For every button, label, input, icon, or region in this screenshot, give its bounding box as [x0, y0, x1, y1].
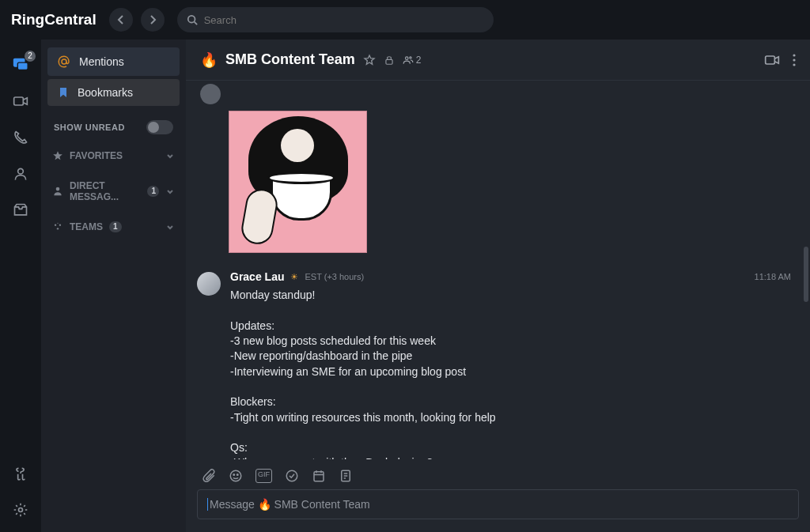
- lock-icon: [384, 55, 395, 66]
- sidebar-section-teams[interactable]: TEAMS 1: [47, 213, 180, 240]
- favorite-channel-button[interactable]: [363, 54, 376, 66]
- svg-point-17: [793, 54, 795, 56]
- sidebar: Mentions Bookmarks SHOW UNREAD FAVORITES: [41, 40, 186, 532]
- teams-icon: [52, 221, 63, 232]
- chevron-down-icon: [165, 151, 175, 160]
- channel-header: 🔥 SMB Content Team 2: [186, 40, 810, 81]
- teams-label: TEAMS: [70, 221, 103, 232]
- bookmark-icon: [57, 86, 70, 99]
- brand-logo: RingCentral: [11, 11, 97, 28]
- event-button[interactable]: [312, 469, 326, 483]
- svg-rect-13: [386, 59, 392, 64]
- nav-forward-button[interactable]: [141, 8, 165, 32]
- dm-count: 1: [147, 186, 159, 197]
- svg-point-6: [19, 508, 23, 512]
- svg-rect-4: [14, 97, 24, 105]
- svg-point-23: [286, 470, 297, 481]
- note-button[interactable]: [339, 469, 353, 483]
- more-options-button[interactable]: [793, 54, 796, 66]
- rail-chat-icon[interactable]: 2: [12, 55, 29, 73]
- start-video-button[interactable]: [764, 52, 780, 68]
- message-composer[interactable]: Message 🔥 SMB Content Team: [197, 489, 799, 519]
- svg-point-19: [793, 63, 795, 66]
- svg-point-8: [56, 187, 60, 191]
- svg-point-10: [59, 224, 61, 226]
- prev-message-avatar[interactable]: [200, 84, 221, 104]
- message-timezone: EST (+3 hours): [305, 272, 364, 281]
- message-time: 11:18 AM: [755, 272, 796, 281]
- show-unread-label: SHOW UNREAD: [54, 123, 125, 132]
- svg-point-12: [57, 223, 58, 224]
- sidebar-mentions[interactable]: Mentions: [47, 47, 180, 76]
- composer-area: GIF Message 🔥 SMB Content Team: [186, 459, 810, 532]
- svg-point-20: [230, 470, 241, 481]
- status-icon: ☀: [290, 272, 298, 282]
- task-button[interactable]: [285, 469, 299, 483]
- scrollbar-thumb[interactable]: [804, 247, 808, 302]
- channel-members[interactable]: 2: [403, 55, 422, 66]
- rail-settings-icon[interactable]: [13, 502, 28, 518]
- image-attachment[interactable]: [229, 111, 367, 253]
- svg-point-9: [55, 224, 56, 226]
- channel-emoji: 🔥: [200, 51, 218, 69]
- sidebar-mentions-label: Mentions: [79, 55, 124, 68]
- content-pane: 🔥 SMB Content Team 2: [186, 40, 810, 532]
- favorites-label: FAVORITES: [70, 150, 123, 161]
- nav-back-button[interactable]: [109, 8, 133, 32]
- member-count: 2: [416, 55, 422, 66]
- sidebar-bookmarks-label: Bookmarks: [78, 86, 133, 99]
- gif-button[interactable]: GIF: [255, 469, 272, 483]
- svg-line-1: [194, 22, 197, 25]
- rail-inbox-icon[interactable]: [13, 202, 28, 218]
- channel-title: SMB Content Team: [225, 51, 355, 68]
- svg-point-18: [793, 58, 795, 61]
- svg-point-0: [187, 16, 195, 23]
- chevron-down-icon: [165, 222, 175, 232]
- svg-point-15: [409, 56, 411, 58]
- chevron-down-icon: [165, 187, 175, 196]
- svg-point-7: [62, 59, 66, 64]
- at-icon: [57, 55, 71, 69]
- person-icon: [52, 186, 63, 197]
- dm-label: DIRECT MESSAG...: [70, 180, 141, 202]
- star-icon: [52, 150, 63, 161]
- emoji-button[interactable]: [229, 469, 243, 483]
- svg-rect-3: [17, 62, 28, 70]
- composer-placeholder: Message 🔥 SMB Content Team: [207, 498, 370, 511]
- show-unread-toggle[interactable]: [146, 120, 173, 134]
- search-input[interactable]: [204, 14, 484, 26]
- message-author[interactable]: Grace Lau: [230, 270, 284, 283]
- rail-video-icon[interactable]: [13, 93, 28, 109]
- svg-point-21: [233, 474, 235, 476]
- sidebar-section-dm[interactable]: DIRECT MESSAG... 1: [47, 172, 180, 210]
- svg-point-11: [57, 228, 59, 229]
- svg-point-5: [18, 168, 24, 174]
- svg-rect-24: [314, 472, 324, 481]
- attach-button[interactable]: [202, 469, 216, 483]
- search-box[interactable]: [177, 7, 494, 32]
- rail-apps-icon[interactable]: [13, 466, 28, 481]
- rail-phone-icon[interactable]: [13, 130, 28, 145]
- sidebar-bookmarks[interactable]: Bookmarks: [47, 79, 180, 106]
- message-avatar[interactable]: [197, 272, 221, 296]
- svg-point-14: [405, 56, 408, 59]
- svg-rect-16: [766, 56, 775, 64]
- chat-body: Grace Lau ☀ EST (+3 hours) 11:18 AM Mond…: [186, 81, 810, 459]
- teams-count: 1: [109, 221, 122, 232]
- rail-contacts-icon[interactable]: [13, 166, 28, 182]
- sidebar-section-favorites[interactable]: FAVORITES: [47, 142, 180, 169]
- titlebar: RingCentral: [0, 0, 810, 40]
- message-body: Monday standup! Updates: -3 new blog pos…: [230, 288, 796, 459]
- svg-point-22: [237, 474, 239, 476]
- message-row: Grace Lau ☀ EST (+3 hours) 11:18 AM Mond…: [197, 270, 796, 459]
- nav-rail: 2: [0, 40, 41, 532]
- rail-chat-badge: 2: [25, 51, 36, 62]
- search-icon: [187, 14, 198, 25]
